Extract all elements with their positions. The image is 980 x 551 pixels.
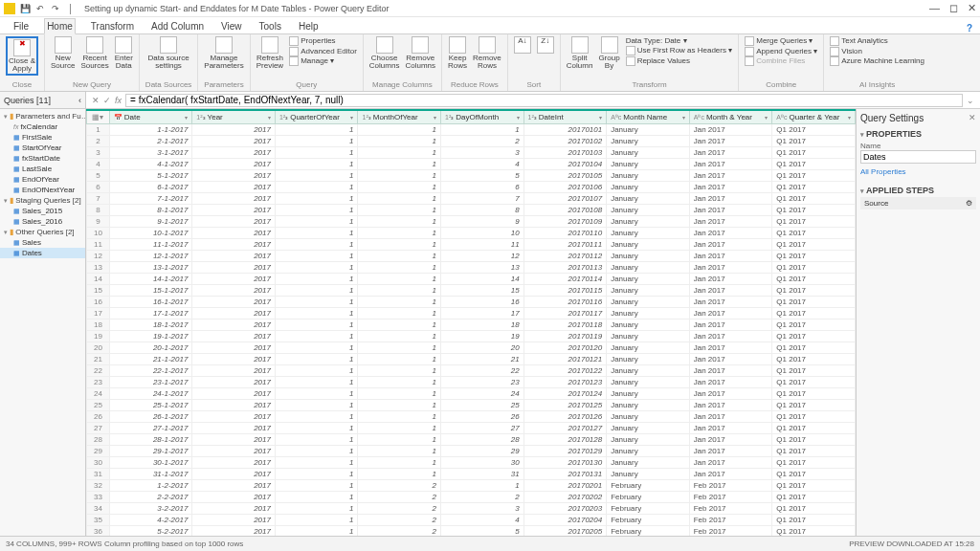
cell[interactable]: 1 bbox=[358, 182, 441, 193]
column-header[interactable]: AᴮcMonth Name▾ bbox=[607, 110, 690, 124]
cell[interactable]: Jan 2017 bbox=[689, 136, 772, 147]
cell[interactable]: Q1 2017 bbox=[772, 136, 856, 147]
cell[interactable]: January bbox=[607, 170, 690, 182]
cell[interactable]: Q1 2017 bbox=[772, 285, 856, 297]
row-number[interactable]: 19 bbox=[87, 331, 110, 342]
cell[interactable]: January bbox=[607, 182, 690, 193]
cell[interactable]: 1 bbox=[358, 457, 441, 469]
save-icon[interactable]: 💾 bbox=[19, 3, 31, 14]
cell[interactable]: Jan 2017 bbox=[689, 170, 772, 182]
cell[interactable]: 1 bbox=[275, 411, 358, 423]
table-row[interactable]: 3131-1-20172017113120170131JanuaryJan 20… bbox=[87, 469, 856, 480]
cell[interactable]: Jan 2017 bbox=[689, 124, 772, 136]
cell[interactable]: 23-1-2017 bbox=[109, 377, 192, 388]
advanced-editor-button[interactable]: Advanced Editor bbox=[289, 47, 357, 57]
cell[interactable]: January bbox=[607, 124, 690, 136]
cell[interactable]: 1 bbox=[358, 411, 441, 423]
cell[interactable]: 27 bbox=[441, 423, 524, 434]
cell[interactable]: 1 bbox=[358, 205, 441, 216]
cell[interactable]: Jan 2017 bbox=[689, 182, 772, 193]
cell[interactable]: Q1 2017 bbox=[772, 480, 856, 492]
cell[interactable]: Feb 2017 bbox=[689, 492, 772, 503]
remove-rows-button[interactable]: Remove Rows bbox=[473, 36, 501, 70]
cell[interactable]: 20170123 bbox=[523, 377, 607, 388]
row-number[interactable]: 24 bbox=[87, 388, 110, 400]
cell[interactable]: Jan 2017 bbox=[689, 308, 772, 320]
accept-formula-icon[interactable]: ✓ bbox=[103, 96, 111, 105]
cell[interactable]: 2017 bbox=[192, 446, 276, 457]
row-number[interactable]: 15 bbox=[87, 285, 110, 297]
table-row[interactable]: 2020-1-20172017112020170120JanuaryJan 20… bbox=[87, 342, 856, 354]
cell[interactable]: 20170120 bbox=[523, 342, 607, 354]
cell[interactable]: 2 bbox=[358, 492, 441, 503]
cell[interactable]: 1 bbox=[358, 446, 441, 457]
cell[interactable]: 20170126 bbox=[523, 411, 607, 423]
cell[interactable]: Q1 2017 bbox=[772, 388, 856, 400]
cell[interactable]: 13-1-2017 bbox=[109, 262, 192, 274]
row-number[interactable]: 1 bbox=[87, 124, 110, 136]
column-header[interactable]: 1²₃MonthOfYear▾ bbox=[358, 110, 441, 124]
cell[interactable]: 20170112 bbox=[523, 251, 607, 262]
cell[interactable]: Jan 2017 bbox=[689, 262, 772, 274]
cell[interactable]: Q1 2017 bbox=[772, 457, 856, 469]
cell[interactable]: January bbox=[607, 320, 690, 331]
cell[interactable]: January bbox=[607, 251, 690, 262]
cell[interactable]: 20170124 bbox=[523, 388, 607, 400]
cell[interactable]: 20170129 bbox=[523, 446, 607, 457]
cell[interactable]: Jan 2017 bbox=[689, 228, 772, 239]
cell[interactable]: 1 bbox=[275, 182, 358, 193]
cell[interactable]: Jan 2017 bbox=[689, 342, 772, 354]
cell[interactable]: Q1 2017 bbox=[772, 274, 856, 285]
cell[interactable]: 21 bbox=[441, 354, 524, 365]
cell[interactable]: 1 bbox=[275, 377, 358, 388]
cell[interactable]: January bbox=[607, 400, 690, 411]
cell[interactable]: January bbox=[607, 147, 690, 159]
cell[interactable]: 2017 bbox=[192, 182, 276, 193]
cell[interactable]: 1 bbox=[275, 216, 358, 228]
cell[interactable]: 2017 bbox=[192, 228, 276, 239]
cell[interactable]: 20170116 bbox=[523, 297, 607, 308]
cell[interactable]: 2017 bbox=[192, 388, 276, 400]
row-number[interactable]: 25 bbox=[87, 400, 110, 411]
cell[interactable]: 2017 bbox=[192, 515, 276, 526]
cell[interactable]: Q1 2017 bbox=[772, 297, 856, 308]
cell[interactable]: 1 bbox=[358, 147, 441, 159]
cell[interactable]: 2017 bbox=[192, 216, 276, 228]
cell[interactable]: 30 bbox=[441, 457, 524, 469]
cell[interactable]: 1 bbox=[275, 423, 358, 434]
cell[interactable]: 20170105 bbox=[523, 170, 607, 182]
cell[interactable]: 1 bbox=[358, 377, 441, 388]
table-row[interactable]: 33-1-2017201711320170103JanuaryJan 2017Q… bbox=[87, 147, 856, 159]
cell[interactable]: 2017 bbox=[192, 400, 276, 411]
cell[interactable]: 3 bbox=[441, 503, 524, 515]
cell[interactable]: 2017 bbox=[192, 297, 276, 308]
table-row[interactable]: 354-2-2017201712420170204FebruaryFeb 201… bbox=[87, 515, 856, 526]
cell[interactable]: 12 bbox=[441, 251, 524, 262]
cell[interactable]: 20170121 bbox=[523, 354, 607, 365]
cell[interactable]: 14-1-2017 bbox=[109, 274, 192, 285]
tab-tools[interactable]: Tools bbox=[257, 19, 283, 33]
table-row[interactable]: 2121-1-20172017112120170121JanuaryJan 20… bbox=[87, 354, 856, 365]
table-row[interactable]: 88-1-2017201711820170108JanuaryJan 2017Q… bbox=[87, 205, 856, 216]
group-by-button[interactable]: Group By bbox=[598, 36, 619, 70]
cell[interactable]: 20170115 bbox=[523, 285, 607, 297]
cell[interactable]: January bbox=[607, 193, 690, 205]
cell[interactable]: 2017 bbox=[192, 159, 276, 170]
cell[interactable]: 2017 bbox=[192, 423, 276, 434]
cell[interactable]: Q1 2017 bbox=[772, 205, 856, 216]
cell[interactable]: 1 bbox=[358, 434, 441, 446]
cell[interactable]: Q1 2017 bbox=[772, 251, 856, 262]
cell[interactable]: 1 bbox=[358, 274, 441, 285]
cell[interactable]: 20170205 bbox=[523, 526, 607, 537]
cell[interactable]: 2017 bbox=[192, 354, 276, 365]
table-row[interactable]: 99-1-2017201711920170109JanuaryJan 2017Q… bbox=[87, 216, 856, 228]
refresh-preview-button[interactable]: Refresh Preview bbox=[256, 36, 283, 70]
cell[interactable]: 5-2-2017 bbox=[109, 526, 192, 537]
cell[interactable]: 2017 bbox=[192, 193, 276, 205]
cell[interactable]: 2-1-2017 bbox=[109, 136, 192, 147]
cell[interactable]: Feb 2017 bbox=[689, 515, 772, 526]
cell[interactable]: Q1 2017 bbox=[772, 515, 856, 526]
column-header[interactable]: 📅Date▾ bbox=[109, 110, 192, 124]
cell[interactable]: 26 bbox=[441, 411, 524, 423]
minimize-button[interactable]: — bbox=[929, 2, 940, 14]
